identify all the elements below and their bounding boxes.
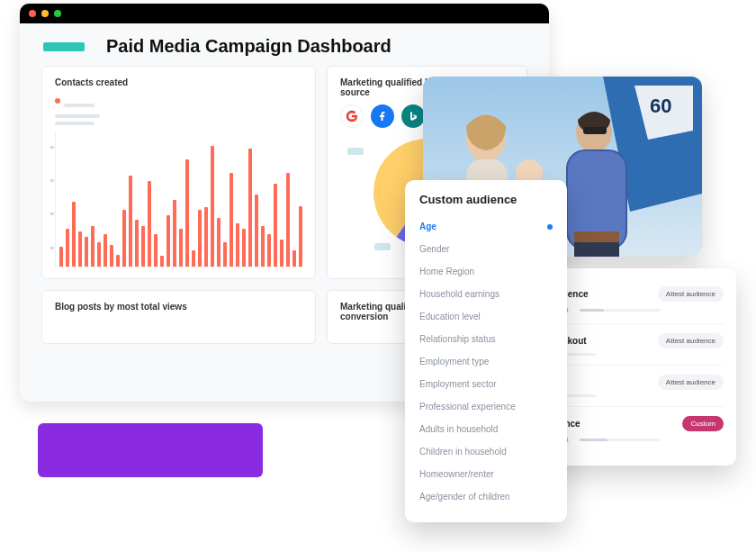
bar bbox=[91, 226, 94, 267]
bar bbox=[211, 146, 214, 267]
bar bbox=[110, 245, 113, 267]
audience-filter-label: Home Region bbox=[419, 267, 474, 276]
svg-text:60: 60 bbox=[650, 95, 671, 117]
attest-audience-button[interactable]: Attest audience bbox=[658, 286, 724, 302]
chart-legend bbox=[55, 95, 302, 125]
audience-filter-item[interactable]: Employment sector bbox=[419, 373, 553, 395]
bar bbox=[72, 202, 76, 267]
audience-filter-label: Relationship status bbox=[419, 334, 496, 344]
audience-filter-item[interactable]: Gender bbox=[419, 238, 553, 260]
audience-progress-bar bbox=[580, 439, 661, 441]
audience-filter-label: Employment type bbox=[419, 357, 489, 366]
bar bbox=[267, 234, 271, 267]
bar bbox=[192, 250, 195, 267]
bar bbox=[173, 200, 176, 267]
window-titlebar bbox=[20, 4, 549, 23]
window-minimize-icon[interactable] bbox=[41, 10, 49, 17]
bar bbox=[141, 226, 145, 267]
bar bbox=[104, 234, 107, 267]
bar bbox=[204, 207, 208, 267]
bar bbox=[97, 242, 101, 267]
audience-filter-label: Homeowner/renter bbox=[419, 469, 494, 479]
svg-rect-11 bbox=[583, 127, 607, 134]
page-title: Paid Media Campaign Dashboard bbox=[106, 36, 392, 57]
card-title: Blog posts by most total views bbox=[55, 302, 302, 312]
attest-audience-button[interactable]: Attest audience bbox=[658, 333, 724, 348]
audience-filter-item[interactable]: Adults in household bbox=[419, 418, 553, 440]
window-zoom-icon[interactable] bbox=[54, 10, 61, 17]
bar bbox=[135, 220, 139, 267]
audience-filter-item[interactable]: Age/gender of children bbox=[419, 485, 553, 508]
audience-filter-item[interactable]: Age bbox=[419, 215, 553, 238]
card-contacts-created: Contacts created bbox=[41, 66, 316, 279]
bar bbox=[242, 229, 246, 267]
window-close-icon[interactable] bbox=[29, 10, 36, 17]
audience-filter-item[interactable]: Home Region bbox=[419, 260, 553, 283]
bar bbox=[59, 247, 63, 267]
bar bbox=[154, 234, 158, 267]
audience-filter-item[interactable]: Relationship status bbox=[419, 328, 553, 350]
bar bbox=[230, 173, 233, 267]
bar bbox=[274, 184, 277, 267]
bar bbox=[166, 215, 170, 267]
audience-filter-label: Age/gender of children bbox=[419, 492, 510, 502]
audience-filter-label: Age bbox=[419, 222, 436, 231]
audience-filter-item[interactable]: Employment type bbox=[419, 350, 553, 373]
bar bbox=[261, 226, 265, 267]
svg-rect-9 bbox=[574, 231, 619, 244]
decorative-purple-block bbox=[38, 423, 263, 477]
bar bbox=[223, 242, 227, 267]
audience-filter-label: Education level bbox=[419, 312, 481, 321]
bar bbox=[292, 250, 296, 267]
audience-filter-label: Employment sector bbox=[419, 379, 497, 389]
bar bbox=[148, 181, 151, 267]
bing-icon bbox=[401, 104, 425, 128]
card-title: Contacts created bbox=[55, 77, 302, 87]
bar bbox=[185, 159, 189, 267]
bar bbox=[286, 173, 290, 267]
custom-badge[interactable]: Custom bbox=[682, 416, 724, 431]
audience-filter-label: Children in household bbox=[419, 447, 507, 457]
audience-filter-item[interactable]: Children in household bbox=[419, 440, 553, 463]
bar bbox=[299, 206, 302, 267]
audience-filter-label: Household earnings bbox=[419, 289, 500, 299]
audience-filter-label: Adults in household bbox=[419, 424, 498, 434]
audience-filter-item[interactable]: Homeowner/renter bbox=[419, 463, 553, 485]
bar bbox=[198, 210, 202, 267]
svg-rect-10 bbox=[574, 242, 619, 257]
audience-filter-label: Professional experience bbox=[419, 402, 516, 412]
bar bbox=[129, 176, 132, 267]
bar bbox=[122, 210, 126, 267]
attest-audience-button[interactable]: Attest audience bbox=[658, 375, 724, 390]
card-blog-views: Blog posts by most total views bbox=[41, 290, 316, 344]
audience-filter-label: Gender bbox=[419, 244, 449, 254]
contacts-bar-chart bbox=[55, 132, 302, 267]
active-indicator-icon bbox=[547, 224, 553, 230]
panel-title: Custom audience bbox=[419, 193, 553, 206]
google-icon bbox=[340, 104, 364, 128]
audience-filter-item[interactable]: Professional experience bbox=[419, 395, 553, 418]
custom-audience-panel: Custom audience AgeGenderHome RegionHous… bbox=[405, 180, 567, 522]
audience-filter-item[interactable]: Education level bbox=[419, 305, 553, 328]
bar bbox=[255, 195, 258, 267]
bar bbox=[280, 240, 284, 267]
bar bbox=[116, 255, 120, 267]
audience-filter-item[interactable]: Household earnings bbox=[419, 283, 553, 305]
bar bbox=[217, 218, 220, 267]
audience-progress-bar bbox=[580, 309, 661, 312]
brand-accent-chip bbox=[43, 42, 85, 51]
bar bbox=[85, 237, 88, 267]
bar bbox=[78, 231, 82, 267]
facebook-icon bbox=[371, 104, 394, 128]
bar bbox=[66, 229, 69, 267]
bar bbox=[236, 223, 239, 267]
bar bbox=[160, 256, 164, 267]
bar bbox=[179, 229, 183, 267]
bar bbox=[248, 149, 252, 267]
